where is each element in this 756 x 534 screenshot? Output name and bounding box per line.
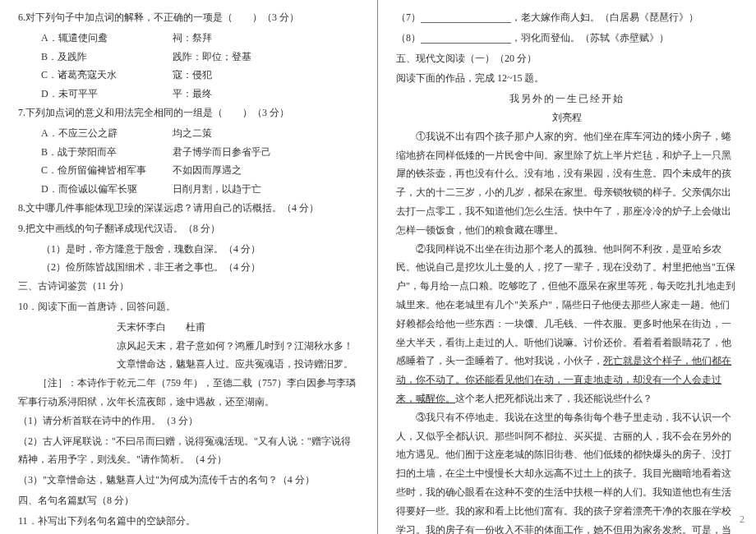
section4-heading: 四、名句名篇默写（8 分） (18, 491, 359, 510)
q10-sub3: （3）"文章憎命达，魑魅喜人过"为何成为流传千古的名句？（4 分） (18, 471, 359, 490)
para2: ②我同样说不出坐在街边那个老人的孤独。他叫阿不利孜，是亚哈乡农民。他说自己是挖坎… (396, 240, 738, 408)
q7-B-left: B．战于荥阳而卒 (41, 143, 173, 162)
q7-D-right: 日削月割，以趋于亡 (173, 180, 271, 199)
q11-7-pre: （7） (396, 12, 421, 23)
para2-text: ②我同样说不出坐在街边那个老人的孤独。他叫阿不利孜，是亚哈乡农民。他说自己是挖坎… (396, 243, 735, 367)
q11-row8: （8），羽化而登仙。（苏轼《赤壁赋》） (396, 29, 738, 48)
q7-D-left: D．而俭诚以偏军长驱 (41, 180, 173, 199)
para1: ①我说不出有四个孩子那户人家的穷。他们坐在库车河边的矮小房子，蜷缩地挤在同样低矮… (396, 127, 738, 240)
q7-C-left: C．俭所留偏裨皆相军事 (41, 161, 173, 180)
q6-A-right: 祠：祭拜 (173, 29, 271, 48)
q6-C-left: C．诸葛亮寇天水 (41, 66, 173, 85)
poem-line2: 文章憎命达，魑魅喜人过。应共冤魂语，投诗赠汨罗。 (18, 355, 359, 374)
q6-stem: 6.对下列句子中加点词的解释，不正确的一项是（ ）（3 分） (18, 8, 359, 27)
section5-heading: 五、现代文阅读（一）（20 分） (396, 49, 738, 68)
reading-prompt: 阅读下面的作品，完成 12~15 题。 (396, 69, 738, 88)
poem-title: 天末怀李白 杜甫 (18, 318, 359, 337)
q9-stem: 9.把文中画线的句子翻译成现代汉语。（8 分） (18, 219, 359, 238)
q9-sub2: （2）俭所陈皆战国细术，非王者之事也。（4 分） (18, 258, 359, 277)
q6-D-right: 平：最终 (173, 85, 271, 104)
essay-author: 刘亮程 (396, 108, 738, 127)
q6-C-right: 寇：侵犯 (173, 66, 271, 85)
q6-B-left: B．及践阼 (41, 48, 173, 67)
section3-heading: 三、古诗词鉴赏（11 分） (18, 277, 359, 296)
q11-8-pre: （8） (396, 32, 421, 44)
q9-sub1: （1）是时，帝方隆意于殷舍，瑰数自深。（4 分） (18, 240, 359, 259)
blank-icon (421, 11, 511, 23)
q11-row7: （7），老大嫁作商人妇。（白居易《琵琶行》） (396, 8, 738, 27)
para2-tail: 这个老人把死都说出来了，我还能说些什么？ (455, 393, 652, 404)
q10-stem: 10．阅读下面一首唐诗，回答问题。 (18, 297, 359, 316)
q10-sub2: （2）古人评尾联说："不曰吊而曰赠，说得冤魂活现。"又有人说："赠字说得精神，若… (18, 432, 359, 470)
q11-7-post: ，老大嫁作商人妇。（白居易《琵琶行》） (511, 12, 698, 23)
q7-stem: 7.下列加点词的意义和用法完全相同的一组是（ ）（3 分） (18, 104, 359, 122)
blank-icon (421, 31, 511, 44)
q11-stem: 11．补写出下列名句名篇中的空缺部分。 (18, 512, 359, 531)
q6-options: A．辄遣使问鸯祠：祭拜 B．及践阼践阼：即位；登基 C．诸葛亮寇天水寇：侵犯 D… (18, 29, 359, 104)
q8: 8.文中哪几件事能体现卫璪的深谋远虑？请用自己的话概括。（4 分） (18, 199, 359, 218)
para3: ③我只有不停地走。我说在这里的每条街每个巷子里走动，我不认识一个人，又似乎全都认… (396, 408, 738, 534)
essay-title: 我另外的一生已经开始 (396, 90, 738, 108)
page-number: 2 (740, 510, 744, 529)
q7-options: A．不应三公之辟均之二策 B．战于荥阳而卒君子博学而日参省乎己 C．俭所留偏裨皆… (18, 124, 359, 199)
poem-line1: 凉风起天末，君子意如何？鸿雁几时到？江湖秋水多！ (18, 337, 359, 356)
q10-sub1: （1）请分析首联在诗中的作用。（3 分） (18, 412, 359, 430)
q6-A-left: A．辄遣使问鸯 (41, 29, 173, 48)
left-column: 6.对下列句子中加点词的解释，不正确的一项是（ ）（3 分） A．辄遣使问鸯祠：… (0, 0, 378, 534)
q7-B-right: 君子博学而日参省乎己 (173, 143, 271, 162)
q7-A-right: 均之二策 (173, 124, 271, 143)
q7-C-right: 不如因而厚遇之 (173, 161, 271, 180)
q6-B-right: 践阼：即位；登基 (173, 48, 271, 67)
right-column: （7），老大嫁作商人妇。（白居易《琵琶行》） （8），羽化而登仙。（苏轼《赤壁赋… (378, 0, 756, 534)
q11-8-post: ，羽化而登仙。（苏轼《赤壁赋》） (511, 32, 669, 44)
q7-A-left: A．不应三公之辟 (41, 124, 173, 143)
poem-note: ［注］：本诗作于乾元二年（759 年），至德二载（757）李白因参与李璘军事行动… (18, 374, 359, 412)
q6-D-left: D．未可平平 (41, 85, 173, 104)
